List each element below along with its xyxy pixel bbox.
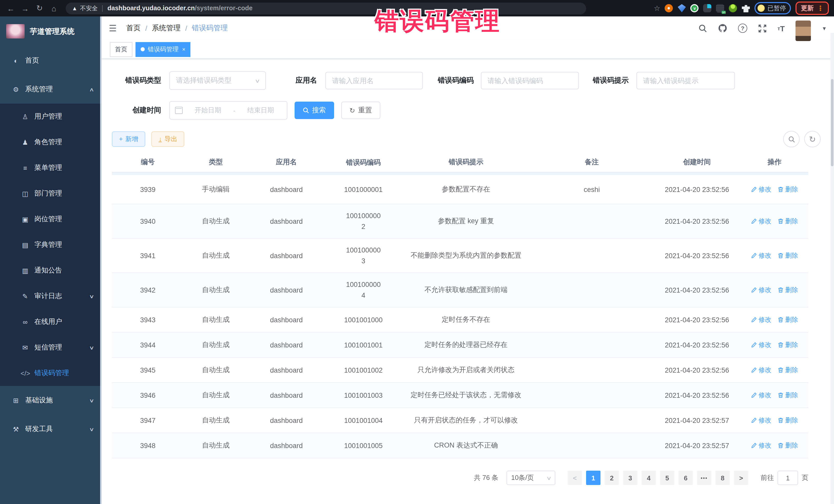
delete-link[interactable]: 删除 (777, 286, 798, 294)
sidebar-item-post[interactable]: ▣岗位管理 (0, 206, 102, 232)
table-toolbar: + 新增 ↓ 导出 ↻ (112, 131, 824, 147)
edit-link[interactable]: 修改 (751, 391, 771, 399)
help-icon[interactable]: ? (738, 24, 747, 33)
sidebar-item-user[interactable]: ♙用户管理 (0, 104, 102, 129)
date-range-picker[interactable]: 开始日期 - 结束日期 (169, 101, 287, 119)
cell-remark (530, 383, 653, 408)
tab-error-code[interactable]: 错误码管理 × (135, 42, 191, 57)
cell-id: 3946 (112, 383, 184, 408)
extension-icon[interactable] (729, 4, 737, 12)
edit-link[interactable]: 修改 (751, 251, 771, 260)
edit-link[interactable]: 修改 (751, 217, 771, 225)
breadcrumb-system[interactable]: 系统管理 (152, 24, 181, 33)
scrollbar-thumb[interactable] (831, 79, 833, 166)
reset-button[interactable]: ↻ 重置 (341, 102, 380, 119)
sidebar-item-dept[interactable]: ◫部门管理 (0, 181, 102, 206)
extensions-puzzle-icon[interactable] (742, 4, 750, 12)
update-button[interactable]: 更新••• (796, 2, 829, 15)
browser-menu-icon[interactable]: ••• (820, 5, 822, 11)
search-icon[interactable] (699, 24, 707, 32)
delete-link[interactable]: 删除 (777, 217, 798, 225)
delete-link[interactable]: 删除 (777, 251, 798, 260)
delete-link[interactable]: 删除 (777, 185, 798, 194)
app-input[interactable] (325, 72, 423, 89)
paused-badge[interactable]: 已暂停 (755, 2, 791, 14)
type-select[interactable]: 请选择错误码类型 ∨ (169, 71, 266, 90)
show-search-button[interactable] (783, 131, 799, 147)
page-button-1[interactable]: 1 (586, 470, 600, 485)
bookmark-star-icon[interactable]: ☆ (654, 4, 660, 12)
page-button-5[interactable]: 5 (660, 470, 674, 485)
page-size-select[interactable]: 10条/页 ∨ (507, 470, 555, 485)
extension-icon[interactable] (665, 4, 673, 12)
back-icon[interactable]: ← (5, 4, 17, 13)
prev-page-button[interactable]: < (568, 470, 582, 485)
reload-icon[interactable]: ↻ (34, 4, 45, 13)
sidebar-item-menu[interactable]: ≡菜单管理 (0, 155, 102, 181)
breadcrumb-home[interactable]: 首页 (126, 24, 140, 33)
chevron-down-icon: ∨ (89, 345, 94, 350)
delete-link[interactable]: 删除 (777, 441, 798, 450)
sidebar-item-system[interactable]: ⚙系统管理∧ (0, 75, 102, 104)
next-page-button[interactable]: > (734, 470, 748, 485)
delete-link[interactable]: 删除 (777, 341, 798, 349)
search-button[interactable]: 搜索 (294, 102, 334, 119)
sidebar-item-notice[interactable]: ▥通知公告 (0, 258, 102, 283)
sidebar-item-error-code[interactable]: </>错误码管理 (0, 360, 102, 386)
page-button-6[interactable]: 6 (679, 470, 693, 485)
tab-home[interactable]: 首页 (110, 42, 132, 57)
address-bar[interactable]: ▲ 不安全 dashboard.yudao.iocoder.cn/system/… (66, 2, 586, 14)
edit-link[interactable]: 修改 (751, 416, 771, 425)
page-scrollbar[interactable] (830, 33, 834, 504)
cell-message: 定时任务不存在 (402, 307, 530, 332)
avatar[interactable] (795, 21, 811, 41)
sidebar-item-audit-log[interactable]: ✎审计日志∨ (0, 283, 102, 309)
hamburger-icon[interactable]: ☰ (109, 23, 121, 34)
code-input[interactable] (481, 72, 579, 89)
extension-icon[interactable]: on (716, 4, 724, 12)
page-button-4[interactable]: 4 (641, 470, 656, 485)
edit-link[interactable]: 修改 (751, 441, 771, 450)
sidebar-item-infra[interactable]: ⊞基础设施∨ (0, 386, 102, 415)
edit-link[interactable]: 修改 (751, 341, 771, 349)
sidebar-item-dev-tools[interactable]: ⚒研发工具∨ (0, 415, 102, 443)
github-icon[interactable] (718, 24, 727, 33)
goto-input[interactable] (777, 470, 798, 485)
edit-link[interactable]: 修改 (751, 366, 771, 374)
cell-app: dashboard (248, 204, 325, 238)
export-button[interactable]: ↓ 导出 (152, 131, 184, 147)
delete-link[interactable]: 删除 (777, 315, 798, 324)
page-button-3[interactable]: 3 (623, 470, 637, 485)
extension-icon[interactable]: v (690, 4, 699, 12)
cell-app: dashboard (248, 273, 325, 307)
add-button[interactable]: + 新增 (112, 131, 146, 147)
chevron-up-icon: ∧ (89, 86, 94, 92)
extension-icon[interactable] (678, 4, 686, 12)
edit-link[interactable]: 修改 (751, 286, 771, 294)
delete-link[interactable]: 删除 (777, 391, 798, 399)
msg-input[interactable] (636, 72, 735, 89)
edit-link[interactable]: 修改 (751, 185, 771, 194)
breadcrumb-separator: / (145, 24, 147, 32)
edit-link[interactable]: 修改 (751, 315, 771, 324)
sidebar-item-sms[interactable]: ✉短信管理∨ (0, 335, 102, 360)
page-button-8[interactable]: 8 (716, 470, 730, 485)
chevron-down-icon[interactable]: ▼ (822, 25, 827, 31)
pager-ellipsis[interactable]: ••• (697, 470, 711, 485)
delete-link[interactable]: 删除 (777, 366, 798, 374)
sidebar-item-home[interactable]: ◐首页 (0, 46, 102, 75)
cell-type: 自动生成 (184, 383, 248, 408)
forward-icon[interactable]: → (20, 4, 31, 13)
sidebar-item-role[interactable]: ♟角色管理 (0, 129, 102, 155)
home-icon[interactable]: ⌂ (48, 4, 60, 13)
refresh-table-button[interactable]: ↻ (804, 131, 821, 147)
sidebar-item-dict[interactable]: ▤字典管理 (0, 232, 102, 258)
fullscreen-icon[interactable] (758, 24, 767, 32)
sidebar-item-online-user[interactable]: ∞在线用户 (0, 309, 102, 335)
logo-row[interactable]: 芋道管理系统 (0, 17, 102, 46)
font-size-icon[interactable]: тT (777, 24, 785, 32)
extension-icon[interactable] (703, 4, 711, 12)
delete-link[interactable]: 删除 (777, 416, 798, 425)
page-button-2[interactable]: 2 (605, 470, 619, 485)
close-icon[interactable]: × (182, 46, 185, 52)
